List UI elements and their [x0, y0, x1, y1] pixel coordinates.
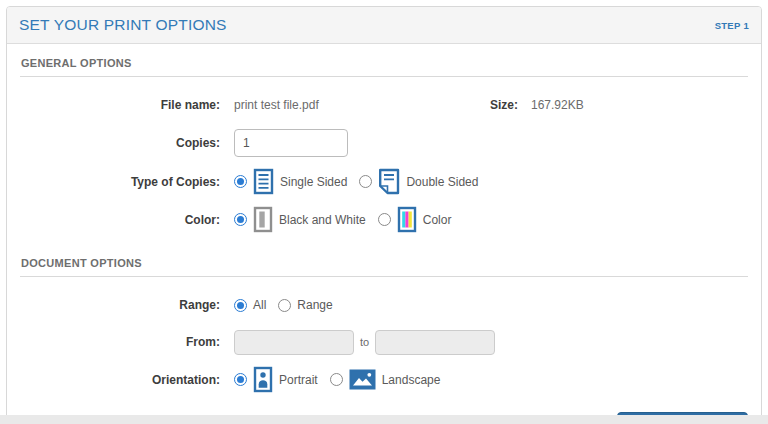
radio-option-color[interactable]: Color: [378, 206, 452, 233]
type-of-copies-options: Single Sided Double Sided: [234, 168, 490, 195]
range-label: Range:: [20, 298, 220, 312]
range-options: All Range: [234, 298, 345, 312]
radio-option-landscape[interactable]: Landscape: [330, 369, 441, 390]
panel-heading: SET YOUR PRINT OPTIONS STEP 1: [7, 7, 761, 44]
double-sided-radio[interactable]: [359, 175, 372, 188]
radio-option-portrait[interactable]: Portrait: [234, 366, 318, 393]
radio-option-all[interactable]: All: [234, 298, 266, 312]
radio-option-black-and-white[interactable]: Black and White: [234, 206, 366, 233]
double-sided-page-icon: [378, 168, 400, 195]
grayscale-cartridge-icon: [253, 206, 273, 233]
page-range-row: From: to: [20, 329, 748, 355]
copies-content: [234, 129, 348, 157]
color-radio[interactable]: [378, 213, 391, 226]
portrait-radio[interactable]: [234, 373, 247, 386]
color-options: Black and White Color: [234, 206, 463, 233]
portrait-icon: [253, 366, 273, 393]
all-label: All: [253, 298, 266, 312]
section-title-general-options: GENERAL OPTIONS: [20, 44, 748, 76]
landscape-radio[interactable]: [330, 373, 343, 386]
panel-body: GENERAL OPTIONS File name: print test fi…: [7, 44, 761, 424]
orientation-options: Portrait Landscape: [234, 366, 452, 393]
type-of-copies-label: Type of Copies:: [20, 175, 220, 189]
print-options-panel: SET YOUR PRINT OPTIONS STEP 1 GENERAL OP…: [6, 6, 762, 424]
file-name-content: print test file.pdf Size: 167.92KB: [234, 98, 584, 112]
page-range-content: to: [234, 330, 495, 355]
orientation-row: Orientation: Portrait: [20, 366, 748, 393]
to-input[interactable]: [375, 330, 495, 355]
section-title-document-options: DOCUMENT OPTIONS: [20, 244, 748, 276]
radio-option-single-sided[interactable]: Single Sided: [234, 168, 347, 195]
color-row: Color: Black and White: [20, 206, 748, 233]
color-cartridge-icon: [397, 206, 417, 233]
from-input[interactable]: [234, 330, 354, 355]
color-label: Color:: [20, 213, 220, 227]
single-sided-radio[interactable]: [234, 175, 247, 188]
copies-row: Copies:: [20, 129, 748, 157]
single-sided-page-icon: [253, 168, 274, 195]
section-divider: [20, 276, 748, 277]
page-title: SET YOUR PRINT OPTIONS: [19, 16, 227, 34]
to-label: to: [360, 336, 369, 348]
from-label: From:: [20, 335, 220, 349]
copies-input[interactable]: [234, 129, 348, 157]
size-value: 167.92KB: [531, 98, 584, 112]
landscape-label: Landscape: [382, 373, 441, 387]
file-name-row: File name: print test file.pdf Size: 167…: [20, 92, 748, 118]
file-name-label: File name:: [20, 98, 220, 112]
orientation-label: Orientation:: [20, 373, 220, 387]
range-row: Range: All Range: [20, 292, 748, 318]
file-name-value: print test file.pdf: [234, 98, 490, 112]
type-of-copies-row: Type of Copies: Single Sided: [20, 168, 748, 195]
radio-option-range[interactable]: Range: [278, 298, 332, 312]
size-label: Size:: [490, 98, 518, 112]
double-sided-label: Double Sided: [406, 175, 478, 189]
radio-option-double-sided[interactable]: Double Sided: [359, 168, 478, 195]
color-option-label: Color: [423, 213, 452, 227]
copies-label: Copies:: [20, 136, 220, 150]
portrait-label: Portrait: [279, 373, 318, 387]
step-indicator: STEP 1: [715, 20, 749, 31]
section-divider: [20, 76, 748, 77]
all-radio[interactable]: [234, 299, 247, 312]
single-sided-label: Single Sided: [280, 175, 347, 189]
range-radio[interactable]: [278, 299, 291, 312]
landscape-icon: [349, 369, 376, 390]
page-background-strip: [0, 415, 768, 424]
black-and-white-radio[interactable]: [234, 213, 247, 226]
black-and-white-label: Black and White: [279, 213, 366, 227]
range-option-label: Range: [297, 298, 332, 312]
